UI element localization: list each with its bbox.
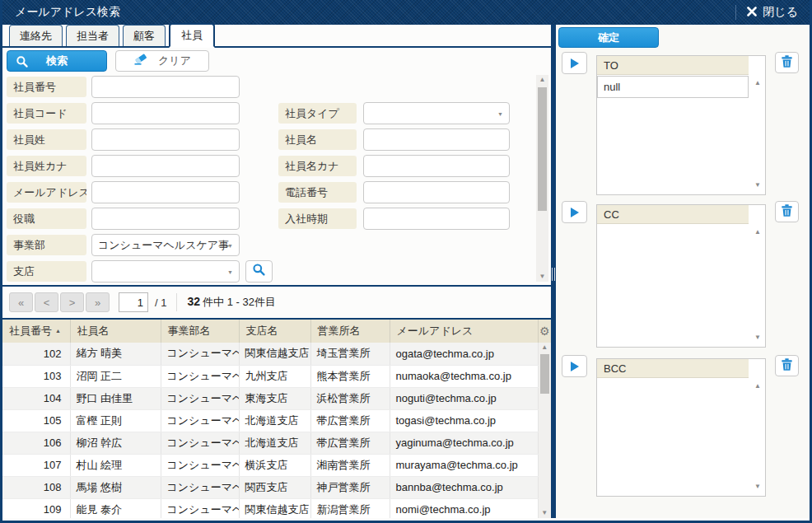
cell-employee-name[interactable]: 沼岡 正二 [70,365,161,387]
add-cc-button[interactable] [562,201,587,223]
email-input[interactable] [91,181,240,203]
page-input[interactable] [119,292,148,312]
table-row[interactable]: 106 柳沼 幹広 コンシューマヘル 北海道支店 帯広営業所 yaginuma@… [2,432,538,454]
first-name-kana-input[interactable] [363,155,510,177]
cell-employee-number[interactable]: 105 [2,409,70,432]
employee-type-select[interactable]: ▼ [363,102,510,124]
scroll-up-icon[interactable]: ▲ [541,343,548,353]
cell-office[interactable]: 浜松営業所 [310,387,390,409]
scroll-down-icon[interactable]: ▼ [541,508,548,518]
cell-employee-name[interactable]: 能見 泰介 [70,498,161,518]
phone-input[interactable] [363,181,510,203]
cell-email[interactable]: bannba@techma.co.jp [390,476,538,498]
cell-email[interactable]: murayama@techma.co.jp [390,454,538,476]
division-select[interactable]: コンシューマヘルスケア事 ▼ [91,234,240,256]
last-name-kana-input[interactable] [91,155,240,177]
scroll-down-icon[interactable]: ▼ [754,482,761,492]
cell-employee-number[interactable]: 103 [2,365,70,387]
first-name-input[interactable] [363,128,510,151]
scroll-up-icon[interactable]: ▲ [754,381,761,391]
table-row[interactable]: 103 沼岡 正二 コンシューマヘル 九州支店 熊本営業所 numaoka@te… [2,365,538,387]
cell-division[interactable]: コンシューマヘル [161,432,239,454]
cell-office[interactable]: 帯広営業所 [310,432,390,454]
employee-number-input[interactable] [91,76,240,98]
cell-office[interactable]: 埼玉営業所 [310,343,390,365]
cell-employee-number[interactable]: 106 [2,432,70,454]
cell-branch[interactable]: 東海支店 [239,387,310,409]
cell-office[interactable]: 帯広営業所 [310,409,390,432]
cell-employee-number[interactable]: 108 [2,476,70,498]
cell-employee-name[interactable]: 馬場 悠樹 [70,476,161,498]
cell-division[interactable]: コンシューマヘル [161,409,239,432]
prev-page-button[interactable]: < [35,292,58,312]
cell-branch[interactable]: 北海道支店 [239,432,310,454]
close-button[interactable]: 閉じる [747,5,810,20]
table-row[interactable]: 108 馬場 悠樹 コンシューマヘル 関西支店 神戸営業所 bannba@tec… [2,476,538,498]
column-header-employee-name[interactable]: 社員名 [70,320,161,343]
cell-employee-name[interactable]: 緒方 晴美 [70,343,161,365]
cell-email[interactable]: noguti@techma.co.jp [390,387,538,409]
cell-office[interactable]: 新潟営業所 [310,498,390,518]
add-bcc-button[interactable] [562,355,587,377]
cell-branch[interactable]: 北海道支店 [239,409,310,432]
cell-office[interactable]: 神戸営業所 [310,476,390,498]
cell-employee-name[interactable]: 富樫 正則 [70,409,161,432]
cc-list-scrollbar[interactable]: ▲ ▼ [752,227,763,343]
scroll-up-icon[interactable]: ▲ [754,78,761,88]
table-row[interactable]: 104 野口 由佳里 コンシューマヘル 東海支店 浜松営業所 noguti@te… [2,387,538,409]
join-date-input[interactable] [363,208,510,230]
position-input[interactable] [91,208,240,230]
table-row[interactable]: 109 能見 泰介 コンシューマヘル 関東信越支店 新潟営業所 nomi@tec… [2,498,538,518]
add-to-button[interactable] [562,52,587,74]
delete-cc-button[interactable] [775,201,799,222]
first-page-button[interactable]: « [9,292,33,312]
cell-division[interactable]: コンシューマヘル [161,454,239,476]
tab-employees[interactable]: 社員 [169,23,215,48]
scroll-down-icon[interactable]: ▼ [754,333,761,343]
next-page-button[interactable]: > [60,292,84,312]
column-header-email[interactable]: メールアドレス [390,320,538,343]
column-settings-button[interactable]: ⚙ [539,320,552,343]
to-list-scrollbar[interactable]: ▲ ▼ [752,78,763,190]
cell-email[interactable]: togasi@techma.co.jp [390,409,538,432]
recipient-item[interactable]: null [597,76,749,98]
cell-branch[interactable]: 関西支店 [239,476,310,498]
branch-search-button[interactable] [245,260,273,283]
column-header-division[interactable]: 事業部名 [161,320,239,343]
delete-to-button[interactable] [775,52,799,73]
cell-employee-name[interactable]: 村山 絵理 [70,454,161,476]
last-page-button[interactable]: » [86,292,110,312]
table-row[interactable]: 107 村山 絵理 コンシューマヘル 横浜支店 湘南営業所 murayama@t… [2,454,538,476]
tab-persons-in-charge[interactable]: 担当者 [66,25,119,46]
scroll-down-icon[interactable]: ▼ [539,272,546,282]
cell-employee-number[interactable]: 107 [2,454,70,476]
cell-email[interactable]: numaoka@techma.co.jp [390,365,538,387]
table-scrollbar[interactable]: ▲ ▼ [539,343,552,518]
cell-branch[interactable]: 関東信越支店 [239,498,310,518]
cell-branch[interactable]: 横浜支店 [239,454,310,476]
cell-office[interactable]: 熊本営業所 [310,365,390,387]
cell-employee-number[interactable]: 104 [2,387,70,409]
cell-branch[interactable]: 関東信越支店 [239,343,310,365]
cell-division[interactable]: コンシューマヘル [161,387,239,409]
form-scrollbar[interactable]: ▲ ▼ [536,75,548,282]
cell-division[interactable]: コンシューマヘル [161,476,239,498]
cell-employee-name[interactable]: 柳沼 幹広 [70,432,161,454]
cell-office[interactable]: 湘南営業所 [310,454,390,476]
cell-division[interactable]: コンシューマヘル [161,365,239,387]
table-row[interactable]: 105 富樫 正則 コンシューマヘル 北海道支店 帯広営業所 togasi@te… [2,409,538,432]
scrollbar-thumb[interactable] [540,354,550,394]
tab-contacts[interactable]: 連絡先 [9,25,63,46]
scroll-up-icon[interactable]: ▲ [754,227,761,237]
delete-bcc-button[interactable] [775,355,799,376]
table-row[interactable]: 102 緒方 晴美 コンシューマヘル 関東信越支店 埼玉営業所 ogata@te… [2,343,538,365]
cell-division[interactable]: コンシューマヘル [161,343,239,365]
scroll-up-icon[interactable]: ▲ [539,75,546,85]
employee-code-input[interactable] [91,102,240,124]
cell-division[interactable]: コンシューマヘル [161,498,239,518]
scroll-down-icon[interactable]: ▼ [754,180,761,190]
cell-employee-name[interactable]: 野口 由佳里 [70,387,161,409]
cell-email[interactable]: yaginuma@techma.co.jp [390,432,538,454]
confirm-button[interactable]: 確定 [558,27,659,48]
branch-select[interactable]: ▼ [91,260,240,283]
